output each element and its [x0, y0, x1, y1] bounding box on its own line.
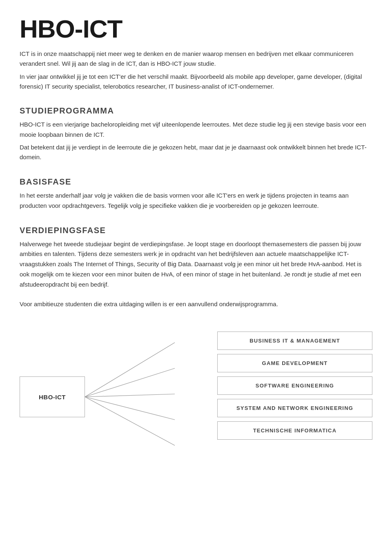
page-title: HBO-ICT	[20, 16, 372, 42]
svg-line-3	[85, 397, 175, 420]
routes-column: BUSINESS IT & MANAGEMENT GAME DEVELOPMEN…	[217, 332, 372, 440]
studieprogramma-heading: STUDIEPROGRAMMA	[20, 106, 372, 116]
svg-line-4	[85, 397, 175, 445]
hbo-ict-center-label: HBO-ICT	[39, 394, 66, 401]
studieprogramma-text2: Dat betekent dat jij je verdiept in de l…	[20, 142, 372, 163]
intro-paragraph-1: ICT is in onze maatschappij niet meer we…	[20, 49, 372, 69]
svg-line-1	[85, 368, 175, 397]
route-game-development: GAME DEVELOPMENT	[217, 354, 372, 372]
diagram-connecting-lines	[85, 332, 175, 462]
route-business-it: BUSINESS IT & MANAGEMENT	[217, 332, 372, 350]
basisfase-text: In het eerste anderhalf jaar volg je vak…	[20, 191, 372, 211]
studieprogramma-text1: HBO-ICT is een vierjarige bacheloropleid…	[20, 120, 372, 140]
basisfase-heading: BASISFASE	[20, 177, 372, 187]
route-system-network: SYSTEM AND NETWORK ENGINEERING	[217, 399, 372, 417]
verdiepingsfase-heading: VERDIEPINGSFASE	[20, 226, 372, 235]
leerroutes-diagram: HBO-ICT BUSINESS IT & MANAGEMENT GAME DE…	[20, 332, 372, 462]
verdiepingsfase-text1: Halverwege het tweede studiejaar begint …	[20, 239, 372, 290]
verdiepingsfase-text2: Voor ambitieuze studenten die extra uitd…	[20, 299, 372, 309]
intro-paragraph-2: In vier jaar ontwikkel jij je tot een IC…	[20, 72, 372, 91]
route-technische-informatica: TECHNISCHE INFORMATICA	[217, 421, 372, 440]
hbo-ict-center-box: HBO-ICT	[20, 376, 85, 417]
svg-line-2	[85, 394, 175, 397]
route-software-engineering: SOFTWARE ENGINEERING	[217, 376, 372, 395]
svg-line-0	[85, 343, 175, 397]
